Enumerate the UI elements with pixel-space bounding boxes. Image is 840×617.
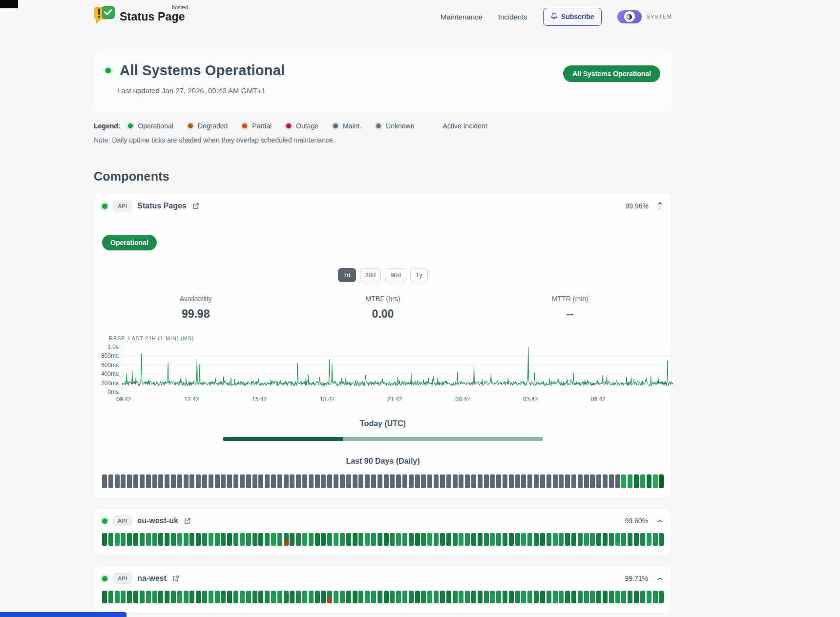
uptime-tick[interactable] <box>590 533 595 546</box>
uptime-tick[interactable] <box>346 533 351 546</box>
history-tick[interactable] <box>490 474 495 488</box>
history-tick[interactable] <box>503 474 507 488</box>
uptime-tick[interactable] <box>440 533 445 546</box>
uptime-tick[interactable] <box>427 591 432 603</box>
uptime-tick[interactable] <box>515 591 520 603</box>
uptime-tick[interactable] <box>146 533 151 546</box>
history-tick[interactable] <box>284 474 289 488</box>
history-tick[interactable] <box>353 474 357 488</box>
uptime-tick[interactable] <box>621 591 626 603</box>
uptime-tick[interactable] <box>102 533 107 546</box>
history-tick[interactable] <box>227 474 232 488</box>
uptime-tick[interactable] <box>446 591 451 603</box>
uptime-tick[interactable] <box>240 591 245 603</box>
history-tick[interactable] <box>540 474 545 488</box>
uptime-tick[interactable] <box>296 591 301 603</box>
uptime-tick[interactable] <box>453 533 458 546</box>
uptime-tick[interactable] <box>315 533 320 546</box>
history-tick[interactable] <box>509 474 514 488</box>
uptime-tick[interactable] <box>521 591 526 603</box>
uptime-tick[interactable] <box>659 591 664 603</box>
uptime-tick[interactable] <box>565 591 570 603</box>
uptime-tick[interactable] <box>540 591 545 603</box>
history-tick[interactable] <box>527 474 532 488</box>
history-tick[interactable] <box>252 474 257 488</box>
history-tick[interactable] <box>478 474 483 488</box>
uptime-tick[interactable] <box>371 533 376 546</box>
uptime-tick[interactable] <box>209 533 213 546</box>
uptime-tick[interactable] <box>484 591 489 603</box>
uptime-tick[interactable] <box>584 591 589 603</box>
uptime-tick[interactable] <box>184 533 189 546</box>
uptime-tick[interactable] <box>353 591 357 603</box>
uptime-tick[interactable] <box>290 533 294 546</box>
uptime-tick[interactable] <box>258 591 263 603</box>
uptime-tick[interactable] <box>653 533 658 546</box>
uptime-tick[interactable] <box>353 533 357 546</box>
uptime-tick[interactable] <box>615 533 620 546</box>
history-tick[interactable] <box>647 474 651 488</box>
history-tick[interactable] <box>578 474 583 488</box>
uptime-tick[interactable] <box>553 591 558 603</box>
uptime-tick[interactable] <box>189 533 194 546</box>
uptime-tick[interactable] <box>252 533 257 546</box>
history-tick[interactable] <box>152 474 157 488</box>
history-tick[interactable] <box>246 474 251 488</box>
history-tick[interactable] <box>590 474 595 488</box>
uptime-tick[interactable] <box>653 591 658 603</box>
uptime-tick[interactable] <box>590 591 595 603</box>
uptime-tick[interactable] <box>371 591 376 603</box>
history-tick[interactable] <box>427 474 432 488</box>
uptime-tick[interactable] <box>334 533 338 546</box>
external-link-icon[interactable] <box>192 203 199 210</box>
uptime-tick[interactable] <box>202 533 207 546</box>
uptime-tick[interactable] <box>177 591 182 603</box>
history-tick[interactable] <box>315 474 320 488</box>
history-tick[interactable] <box>415 474 420 488</box>
history-tick[interactable] <box>327 474 332 488</box>
uptime-tick[interactable] <box>565 533 570 546</box>
uptime-tick[interactable] <box>647 591 651 603</box>
uptime-tick[interactable] <box>215 533 220 546</box>
uptime-tick[interactable] <box>478 591 483 603</box>
uptime-tick[interactable] <box>647 533 651 546</box>
uptime-tick[interactable] <box>465 533 470 546</box>
uptime-tick[interactable] <box>246 591 251 603</box>
history-tick[interactable] <box>496 474 501 488</box>
uptime-tick[interactable] <box>640 591 645 603</box>
history-tick[interactable] <box>421 474 426 488</box>
uptime-tick[interactable] <box>277 533 282 546</box>
history-tick[interactable] <box>358 474 363 488</box>
history-tick[interactable] <box>140 474 145 488</box>
history-tick[interactable] <box>102 474 107 488</box>
uptime-tick[interactable] <box>384 591 389 603</box>
uptime-tick[interactable] <box>571 591 576 603</box>
history-tick[interactable] <box>146 474 151 488</box>
uptime-tick[interactable] <box>271 591 276 603</box>
uptime-tick[interactable] <box>409 533 414 546</box>
uptime-tick[interactable] <box>327 533 332 546</box>
uptime-tick[interactable] <box>252 591 257 603</box>
uptime-tick[interactable] <box>233 533 238 546</box>
external-link-icon[interactable] <box>172 575 179 582</box>
history-tick[interactable] <box>459 474 463 488</box>
history-tick[interactable] <box>265 474 270 488</box>
uptime-tick[interactable] <box>390 591 395 603</box>
expand-icon[interactable] <box>656 518 664 524</box>
uptime-tick[interactable] <box>415 533 420 546</box>
uptime-tick[interactable] <box>177 533 182 546</box>
history-tick[interactable] <box>565 474 570 488</box>
history-tick[interactable] <box>196 474 201 488</box>
history-tick[interactable] <box>334 474 338 488</box>
uptime-tick[interactable] <box>265 533 270 546</box>
uptime-tick[interactable] <box>358 533 363 546</box>
uptime-tick[interactable] <box>227 533 232 546</box>
uptime-tick[interactable] <box>496 591 501 603</box>
uptime-tick[interactable] <box>365 591 370 603</box>
history-tick[interactable] <box>559 474 564 488</box>
uptime-tick[interactable] <box>515 533 520 546</box>
uptime-tick[interactable] <box>302 591 307 603</box>
brand-logo[interactable]: Status Page hosted <box>94 5 185 28</box>
history-tick[interactable] <box>108 474 113 488</box>
uptime-tick[interactable] <box>421 591 426 603</box>
